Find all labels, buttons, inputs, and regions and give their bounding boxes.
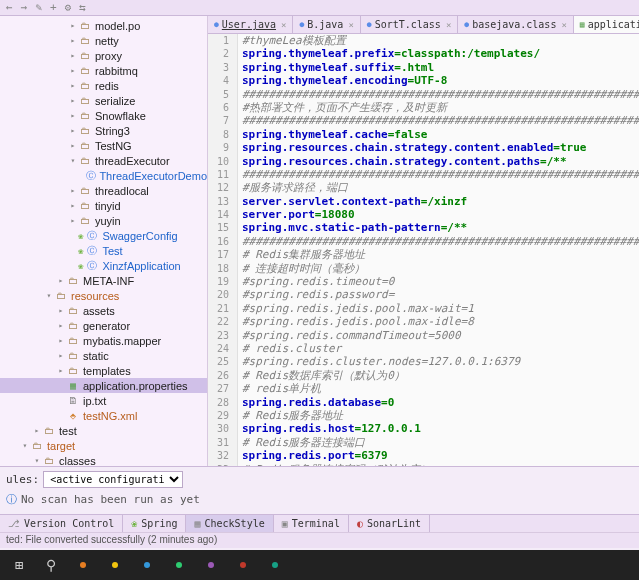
expand-arrow-icon[interactable] xyxy=(56,336,66,345)
tree-item-yuyin[interactable]: 🗀yuyin xyxy=(0,213,207,228)
expand-arrow-icon[interactable] xyxy=(56,366,66,375)
add-icon[interactable]: + xyxy=(50,1,57,14)
tree-label: netty xyxy=(95,35,119,47)
expand-arrow-icon[interactable] xyxy=(68,66,78,75)
tree-item-redis[interactable]: 🗀redis xyxy=(0,78,207,93)
tree-label: XinzfApplication xyxy=(102,260,180,272)
tree-item-xinzfapplication[interactable]: ❀ⒸXinzfApplication xyxy=(0,258,207,273)
tree-item-proxy[interactable]: 🗀proxy xyxy=(0,48,207,63)
app-icon[interactable] xyxy=(228,553,258,577)
app-icon[interactable] xyxy=(196,553,226,577)
tree-item-classes[interactable]: 🗀classes xyxy=(0,453,207,466)
folder-icon: 🗀 xyxy=(78,140,92,152)
tree-item-target[interactable]: 🗀target xyxy=(0,438,207,453)
expand-arrow-icon[interactable] xyxy=(68,21,78,30)
expand-arrow-icon[interactable] xyxy=(44,291,54,300)
expand-arrow-icon[interactable] xyxy=(68,186,78,195)
tree-item-mybatis-mapper[interactable]: 🗀mybatis.mapper xyxy=(0,333,207,348)
tree-item-tinyid[interactable]: 🗀tinyid xyxy=(0,198,207,213)
tool-tab-version-control[interactable]: ⎇Version Control xyxy=(0,515,123,532)
tree-item-serialize[interactable]: 🗀serialize xyxy=(0,93,207,108)
expand-arrow-icon[interactable] xyxy=(32,456,42,465)
tool-tab-sonarlint[interactable]: ◐SonarLint xyxy=(349,515,430,532)
tree-item-threadexecutordemo[interactable]: ⒸThreadExecutorDemo xyxy=(0,168,207,183)
rules-label-partial: ules: xyxy=(6,473,39,486)
app-icon[interactable] xyxy=(260,553,290,577)
tree-item-application-properties[interactable]: ▦application.properties xyxy=(0,378,207,393)
app-icon[interactable] xyxy=(68,553,98,577)
editor-tab[interactable]: ▦application.properties× xyxy=(574,16,639,33)
tree-label: META-INF xyxy=(83,275,134,287)
java-icon: Ⓒ xyxy=(85,260,99,272)
expand-arrow-icon[interactable] xyxy=(56,306,66,315)
expand-arrow-icon[interactable] xyxy=(68,96,78,105)
expand-arrow-icon[interactable] xyxy=(68,216,78,225)
settings-icon[interactable]: ⚙ xyxy=(65,1,72,14)
expand-arrow-icon[interactable] xyxy=(68,36,78,45)
tree-item-assets[interactable]: 🗀assets xyxy=(0,303,207,318)
tree-item-meta-inf[interactable]: 🗀META-INF xyxy=(0,273,207,288)
tool-tab-terminal[interactable]: ▣Terminal xyxy=(274,515,349,532)
tree-item-resources[interactable]: 🗀resources xyxy=(0,288,207,303)
tree-label: rabbitmq xyxy=(95,65,138,77)
editor-tab[interactable]: ●SortT.class× xyxy=(361,16,458,33)
sync-icon[interactable]: ⇆ xyxy=(79,1,86,14)
tree-label: tinyid xyxy=(95,200,121,212)
tab-label: basejava.class xyxy=(472,19,556,30)
expand-arrow-icon[interactable] xyxy=(68,156,78,165)
expand-arrow-icon[interactable] xyxy=(56,321,66,330)
expand-arrow-icon[interactable] xyxy=(68,111,78,120)
tree-item-snowflake[interactable]: 🗀Snowflake xyxy=(0,108,207,123)
folder-icon: 🗀 xyxy=(78,215,92,227)
expand-arrow-icon[interactable] xyxy=(68,126,78,135)
tree-item-testng[interactable]: 🗀TestNG xyxy=(0,138,207,153)
editor-tab[interactable]: ●User.java× xyxy=(208,16,293,33)
tree-item-test[interactable]: 🗀test xyxy=(0,423,207,438)
tree-item-generator[interactable]: 🗀generator xyxy=(0,318,207,333)
tree-item-string3[interactable]: 🗀String3 xyxy=(0,123,207,138)
expand-arrow-icon[interactable] xyxy=(56,276,66,285)
editor-tab[interactable]: ●basejava.class× xyxy=(458,16,574,33)
tree-item-swaggerconfig[interactable]: ❀ⒸSwaggerConfig xyxy=(0,228,207,243)
close-icon[interactable]: × xyxy=(561,20,566,30)
tree-item-testng-xml[interactable]: ⬘testNG.xml xyxy=(0,408,207,423)
close-icon[interactable]: × xyxy=(281,20,286,30)
folder-icon: 🗀 xyxy=(66,350,80,362)
windows-taskbar: ⊞ ⚲ xyxy=(0,550,639,580)
tree-item-model-po[interactable]: 🗀model.po xyxy=(0,18,207,33)
close-icon[interactable]: × xyxy=(446,20,451,30)
tree-item-netty[interactable]: 🗀netty xyxy=(0,33,207,48)
tree-item-rabbitmq[interactable]: 🗀rabbitmq xyxy=(0,63,207,78)
expand-arrow-icon[interactable] xyxy=(56,351,66,360)
tree-item-templates[interactable]: 🗀templates xyxy=(0,363,207,378)
search-icon[interactable]: ⚲ xyxy=(36,553,66,577)
tree-item-threadexecutor[interactable]: 🗀threadExecutor xyxy=(0,153,207,168)
tree-item-test[interactable]: ❀ⒸTest xyxy=(0,243,207,258)
folder-icon: 🗀 xyxy=(66,320,80,332)
tree-item-threadlocal[interactable]: 🗀threadlocal xyxy=(0,183,207,198)
close-icon[interactable]: × xyxy=(348,20,353,30)
rules-dropdown[interactable]: <active configuration> xyxy=(43,471,183,488)
expand-arrow-icon[interactable] xyxy=(20,441,30,450)
app-icon[interactable] xyxy=(100,553,130,577)
code-content[interactable]: #thymeLea模板配置spring.thymeleaf.prefix=cla… xyxy=(238,34,639,466)
expand-arrow-icon[interactable] xyxy=(32,426,42,435)
nav-back-icon[interactable]: ← xyxy=(6,1,13,14)
tree-item-static[interactable]: 🗀static xyxy=(0,348,207,363)
editor-tab[interactable]: ●B.java× xyxy=(293,16,360,33)
tool-tab-checkstyle[interactable]: ▦CheckStyle xyxy=(186,515,273,532)
tree-item-ip-txt[interactable]: 🗎ip.txt xyxy=(0,393,207,408)
edit-icon[interactable]: ✎ xyxy=(35,1,42,14)
expand-arrow-icon[interactable] xyxy=(68,201,78,210)
tool-tab-spring[interactable]: ❀Spring xyxy=(123,515,186,532)
app-icon[interactable] xyxy=(132,553,162,577)
tab-file-icon: ▦ xyxy=(580,20,585,29)
expand-arrow-icon[interactable] xyxy=(68,51,78,60)
expand-arrow-icon[interactable] xyxy=(68,141,78,150)
expand-arrow-icon[interactable] xyxy=(68,81,78,90)
folder-icon: 🗀 xyxy=(78,35,92,47)
tree-label: classes xyxy=(59,455,96,467)
start-icon[interactable]: ⊞ xyxy=(4,553,34,577)
app-icon[interactable] xyxy=(164,553,194,577)
nav-fwd-icon[interactable]: → xyxy=(21,1,28,14)
